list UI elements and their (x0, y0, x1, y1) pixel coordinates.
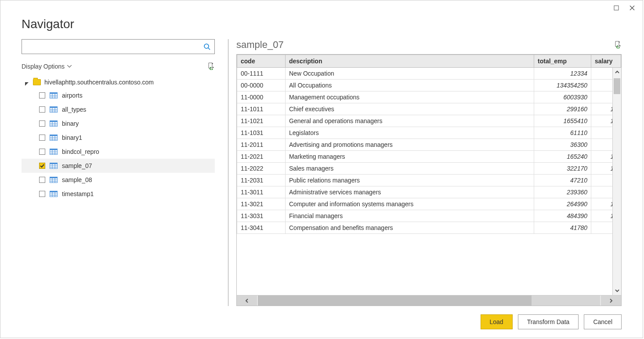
checkbox[interactable] (39, 191, 45, 197)
svg-rect-49 (50, 191, 58, 192)
tree-item-label: sample_07 (62, 162, 92, 169)
table-row[interactable]: 11-3021Computer and information systems … (237, 198, 621, 210)
cell-code: 11-2021 (237, 151, 286, 163)
tree-item[interactable]: bindcol_repro (22, 145, 215, 159)
preview-title: sample_07 (236, 39, 284, 51)
table-icon (50, 163, 58, 169)
search-icon[interactable] (199, 43, 214, 50)
cell-code: 11-3021 (237, 198, 286, 210)
tree-item-label: binary (62, 120, 79, 127)
table-row[interactable]: 00-1111New Occupation12334 (237, 68, 621, 80)
cell-code: 11-1021 (237, 115, 286, 127)
tree: hivellaphttp.southcentralus.contoso.com … (22, 76, 215, 201)
svg-line-4 (208, 48, 210, 50)
load-button[interactable]: Load (481, 314, 513, 329)
table-row[interactable]: 11-0000Management occupations60039309 (237, 91, 621, 103)
cancel-button[interactable]: Cancel (584, 314, 622, 329)
scroll-right-icon[interactable] (601, 295, 621, 306)
transform-data-button[interactable]: Transform Data (518, 314, 579, 329)
checkbox[interactable] (39, 177, 45, 183)
display-options-dropdown[interactable]: Display Options (22, 63, 72, 70)
cell-code: 11-2022 (237, 163, 286, 175)
scroll-left-icon[interactable] (237, 295, 257, 306)
table-row[interactable]: 11-1021General and operations managers16… (237, 115, 621, 127)
cell-description: Public relations managers (286, 175, 534, 186)
tree-item-label: sample_08 (62, 176, 92, 183)
cell-description: Computer and information systems manager… (286, 198, 534, 210)
table-row[interactable]: 11-2031Public relations managers472109 (237, 175, 621, 186)
table-row[interactable]: 11-2011Advertising and promotions manage… (237, 139, 621, 151)
tree-item[interactable]: all_types (22, 102, 215, 117)
tree-item[interactable]: binary1 (22, 131, 215, 145)
left-panel: Display Options hivellaphttp.southcentra… (22, 39, 219, 306)
table-icon (50, 106, 58, 113)
checkbox[interactable] (39, 106, 45, 113)
tree-item-label: binary1 (62, 134, 82, 141)
search-input[interactable] (22, 43, 199, 50)
tree-item[interactable]: timestamp1 (22, 187, 215, 201)
table-row[interactable]: 11-1011Chief executives29916015 (237, 103, 621, 115)
cell-total-emp: 41780 (534, 222, 591, 234)
tree-item[interactable]: binary (22, 117, 215, 131)
checkbox[interactable] (39, 149, 45, 155)
svg-rect-25 (50, 135, 58, 136)
cell-total-emp: 134354250 (534, 80, 591, 91)
dialog-footer: Load Transform Data Cancel (0, 306, 643, 338)
scroll-thumb[interactable] (614, 78, 620, 94)
cell-code: 11-3011 (237, 186, 286, 198)
table-row[interactable]: 11-3011Administrative services managers2… (237, 186, 621, 198)
table-row[interactable]: 11-2022Sales managers32217010 (237, 163, 621, 175)
table-icon (50, 191, 58, 197)
column-header[interactable]: description (286, 55, 534, 68)
close-button[interactable] (624, 2, 640, 14)
column-header[interactable]: code (237, 55, 286, 68)
checkbox[interactable] (39, 120, 45, 127)
cell-total-emp: 239360 (534, 186, 591, 198)
svg-rect-43 (50, 177, 58, 178)
panel-divider (228, 39, 228, 306)
table-row[interactable]: 00-0000All Occupations1343542504 (237, 80, 621, 91)
table-row[interactable]: 11-2021Marketing managers16524011 (237, 151, 621, 163)
display-options-label: Display Options (22, 63, 65, 70)
svg-point-3 (204, 44, 209, 48)
table-row[interactable]: 11-3041Compensation and benefits manager… (237, 222, 621, 234)
refresh-icon[interactable] (207, 62, 215, 71)
tree-root[interactable]: hivellaphttp.southcentralus.contoso.com (22, 76, 215, 88)
expand-icon[interactable] (25, 80, 29, 84)
horizontal-scrollbar[interactable] (237, 295, 621, 306)
data-table[interactable]: codedescriptiontotal_empsalary 00-1111Ne… (237, 55, 621, 234)
column-header[interactable]: total_emp (534, 55, 591, 68)
table-icon (50, 149, 58, 155)
tree-item[interactable]: sample_07 (22, 159, 215, 173)
table-icon (50, 135, 58, 141)
cell-description: Administrative services managers (286, 186, 534, 198)
chevron-down-icon (67, 65, 72, 68)
svg-rect-13 (50, 106, 58, 108)
refresh-preview-icon[interactable] (614, 40, 622, 50)
table-row[interactable]: 11-1031Legislators611103 (237, 127, 621, 139)
scroll-up-icon[interactable] (613, 68, 621, 77)
window-controls (0, 0, 643, 15)
scroll-down-icon[interactable] (613, 286, 621, 295)
search-box[interactable] (22, 39, 215, 54)
tree-item[interactable]: sample_08 (22, 173, 215, 187)
column-header[interactable]: salary (591, 55, 621, 68)
navigator-dialog: Navigator Display Options (0, 0, 643, 338)
cell-description: Management occupations (286, 91, 534, 103)
cell-description: Sales managers (286, 163, 534, 175)
tree-item[interactable]: airports (22, 88, 215, 102)
maximize-button[interactable] (608, 2, 624, 14)
cell-total-emp: 484390 (534, 210, 591, 222)
cell-code: 11-2011 (237, 139, 286, 151)
svg-rect-7 (50, 92, 58, 94)
checkbox[interactable] (39, 163, 45, 169)
hscroll-thumb[interactable] (258, 295, 532, 306)
cell-total-emp: 12334 (534, 68, 591, 80)
cell-description: Compensation and benefits managers (286, 222, 534, 234)
cell-description: Advertising and promotions managers (286, 139, 534, 151)
checkbox[interactable] (39, 92, 45, 98)
table-row[interactable]: 11-3031Financial managers48439010 (237, 210, 621, 222)
vertical-scrollbar[interactable] (612, 68, 621, 295)
cell-code: 11-3031 (237, 210, 286, 222)
checkbox[interactable] (39, 135, 45, 141)
